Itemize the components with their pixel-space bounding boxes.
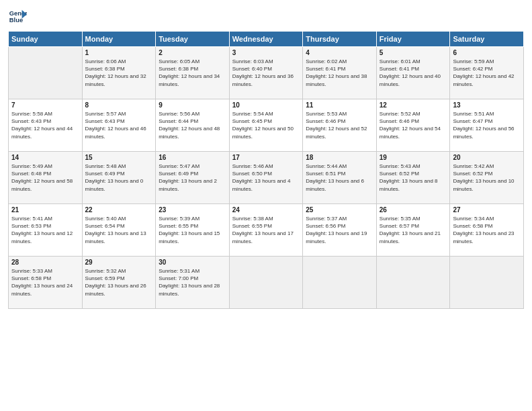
cell-content: Sunrise: 5:34 AMSunset: 6:58 PMDaylight:… (453, 215, 521, 245)
cell-content: Sunrise: 5:41 AMSunset: 6:53 PMDaylight:… (11, 215, 79, 245)
day-number: 3 (232, 49, 300, 56)
cell-content: Sunrise: 5:48 AMSunset: 6:49 PMDaylight:… (85, 163, 153, 193)
cell-content: Sunrise: 5:44 AMSunset: 6:51 PMDaylight:… (306, 163, 373, 193)
day-number: 20 (453, 154, 521, 161)
calendar-header-row: SundayMondayTuesdayWednesdayThursdayFrid… (9, 32, 524, 47)
calendar-cell: 24Sunrise: 5:38 AMSunset: 6:55 PMDayligh… (229, 204, 303, 257)
day-number: 28 (11, 259, 79, 266)
calendar-week-row: 28Sunrise: 5:33 AMSunset: 6:58 PMDayligh… (9, 257, 524, 309)
calendar-body: 1Sunrise: 6:06 AMSunset: 6:38 PMDaylight… (9, 47, 524, 309)
day-number: 18 (306, 154, 373, 161)
calendar-cell (450, 257, 524, 309)
cell-content: Sunrise: 5:39 AMSunset: 6:55 PMDaylight:… (159, 215, 226, 245)
calendar-cell: 15Sunrise: 5:48 AMSunset: 6:49 PMDayligh… (82, 152, 156, 204)
cell-content: Sunrise: 5:53 AMSunset: 6:46 PMDaylight:… (306, 110, 373, 140)
calendar-cell: 28Sunrise: 5:33 AMSunset: 6:58 PMDayligh… (9, 257, 83, 309)
cell-content: Sunrise: 5:58 AMSunset: 6:43 PMDaylight:… (11, 110, 79, 140)
calendar-week-row: 1Sunrise: 6:06 AMSunset: 6:38 PMDaylight… (9, 47, 524, 99)
calendar-cell: 17Sunrise: 5:46 AMSunset: 6:50 PMDayligh… (229, 152, 303, 204)
calendar-table: SundayMondayTuesdayWednesdayThursdayFrid… (8, 31, 524, 309)
calendar-week-row: 21Sunrise: 5:41 AMSunset: 6:53 PMDayligh… (9, 204, 524, 257)
day-number: 14 (11, 154, 79, 161)
day-number: 2 (159, 49, 226, 56)
day-number: 9 (159, 101, 226, 109)
cell-content: Sunrise: 5:57 AMSunset: 6:43 PMDaylight:… (85, 110, 153, 140)
cell-content: Sunrise: 6:02 AMSunset: 6:41 PMDaylight:… (306, 58, 373, 88)
calendar-cell: 21Sunrise: 5:41 AMSunset: 6:53 PMDayligh… (9, 204, 83, 257)
day-number: 6 (453, 49, 521, 56)
calendar-cell: 30Sunrise: 5:31 AMSunset: 7:00 PMDayligh… (156, 257, 230, 309)
calendar-cell: 25Sunrise: 5:37 AMSunset: 6:56 PMDayligh… (303, 204, 377, 257)
calendar-cell (9, 47, 83, 99)
calendar-cell: 18Sunrise: 5:44 AMSunset: 6:51 PMDayligh… (303, 152, 377, 204)
day-number: 19 (380, 154, 447, 161)
calendar-cell: 7Sunrise: 5:58 AMSunset: 6:43 PMDaylight… (9, 99, 83, 152)
cell-content: Sunrise: 5:37 AMSunset: 6:56 PMDaylight:… (306, 215, 373, 245)
page-container: General Blue SundayMondayTuesdayWednesda… (0, 0, 532, 411)
day-number: 30 (159, 259, 226, 266)
calendar-cell: 26Sunrise: 5:35 AMSunset: 6:57 PMDayligh… (376, 204, 450, 257)
day-number: 7 (11, 101, 79, 109)
day-number: 21 (11, 206, 79, 214)
calendar-cell (229, 257, 303, 309)
calendar-cell: 27Sunrise: 5:34 AMSunset: 6:58 PMDayligh… (450, 204, 524, 257)
calendar-cell: 9Sunrise: 5:56 AMSunset: 6:44 PMDaylight… (156, 99, 230, 152)
calendar-day-header: Wednesday (229, 32, 303, 47)
calendar-cell: 29Sunrise: 5:32 AMSunset: 6:59 PMDayligh… (82, 257, 156, 309)
day-number: 8 (85, 101, 153, 109)
cell-content: Sunrise: 5:40 AMSunset: 6:54 PMDaylight:… (85, 215, 153, 245)
calendar-cell: 4Sunrise: 6:02 AMSunset: 6:41 PMDaylight… (303, 47, 377, 99)
calendar-day-header: Thursday (303, 32, 377, 47)
calendar-cell: 10Sunrise: 5:54 AMSunset: 6:45 PMDayligh… (229, 99, 303, 152)
cell-content: Sunrise: 6:05 AMSunset: 6:38 PMDaylight:… (159, 58, 226, 88)
cell-content: Sunrise: 6:01 AMSunset: 6:41 PMDaylight:… (380, 58, 447, 88)
day-number: 5 (380, 49, 447, 56)
cell-content: Sunrise: 5:56 AMSunset: 6:44 PMDaylight:… (159, 110, 226, 140)
calendar-week-row: 7Sunrise: 5:58 AMSunset: 6:43 PMDaylight… (9, 99, 524, 152)
cell-content: Sunrise: 5:38 AMSunset: 6:55 PMDaylight:… (232, 215, 300, 245)
calendar-day-header: Tuesday (156, 32, 230, 47)
day-number: 29 (85, 259, 153, 266)
calendar-cell: 1Sunrise: 6:06 AMSunset: 6:38 PMDaylight… (82, 47, 156, 99)
svg-text:Blue: Blue (9, 17, 23, 24)
cell-content: Sunrise: 5:49 AMSunset: 6:48 PMDaylight:… (11, 163, 79, 193)
calendar-cell: 22Sunrise: 5:40 AMSunset: 6:54 PMDayligh… (82, 204, 156, 257)
calendar-cell: 16Sunrise: 5:47 AMSunset: 6:49 PMDayligh… (156, 152, 230, 204)
cell-content: Sunrise: 5:31 AMSunset: 7:00 PMDaylight:… (159, 267, 226, 298)
calendar-cell: 5Sunrise: 6:01 AMSunset: 6:41 PMDaylight… (376, 47, 450, 99)
cell-content: Sunrise: 5:42 AMSunset: 6:52 PMDaylight:… (453, 163, 521, 193)
cell-content: Sunrise: 5:52 AMSunset: 6:46 PMDaylight:… (380, 110, 447, 140)
calendar-cell: 6Sunrise: 5:59 AMSunset: 6:42 PMDaylight… (450, 47, 524, 99)
calendar-cell: 2Sunrise: 6:05 AMSunset: 6:38 PMDaylight… (156, 47, 230, 99)
cell-content: Sunrise: 5:46 AMSunset: 6:50 PMDaylight:… (232, 163, 300, 193)
day-number: 15 (85, 154, 153, 161)
day-number: 11 (306, 101, 373, 109)
cell-content: Sunrise: 5:59 AMSunset: 6:42 PMDaylight:… (453, 58, 521, 88)
day-number: 25 (306, 206, 373, 214)
calendar-cell: 8Sunrise: 5:57 AMSunset: 6:43 PMDaylight… (82, 99, 156, 152)
day-number: 13 (453, 101, 521, 109)
calendar-day-header: Sunday (9, 32, 83, 47)
cell-content: Sunrise: 6:06 AMSunset: 6:38 PMDaylight:… (85, 58, 153, 88)
calendar-cell: 13Sunrise: 5:51 AMSunset: 6:47 PMDayligh… (450, 99, 524, 152)
header: General Blue (8, 7, 524, 26)
day-number: 24 (232, 206, 300, 214)
cell-content: Sunrise: 5:32 AMSunset: 6:59 PMDaylight:… (85, 267, 153, 298)
logo-icon: General Blue (8, 7, 27, 26)
calendar-cell: 12Sunrise: 5:52 AMSunset: 6:46 PMDayligh… (376, 99, 450, 152)
day-number: 27 (453, 206, 521, 214)
cell-content: Sunrise: 5:54 AMSunset: 6:45 PMDaylight:… (232, 110, 300, 140)
cell-content: Sunrise: 5:43 AMSunset: 6:52 PMDaylight:… (380, 163, 447, 193)
cell-content: Sunrise: 5:35 AMSunset: 6:57 PMDaylight:… (380, 215, 447, 245)
cell-content: Sunrise: 5:47 AMSunset: 6:49 PMDaylight:… (159, 163, 226, 193)
cell-content: Sunrise: 6:03 AMSunset: 6:40 PMDaylight:… (232, 58, 300, 88)
cell-content: Sunrise: 5:33 AMSunset: 6:58 PMDaylight:… (11, 267, 79, 298)
calendar-cell (376, 257, 450, 309)
logo: General Blue (8, 7, 30, 26)
calendar-cell (303, 257, 377, 309)
calendar-cell: 3Sunrise: 6:03 AMSunset: 6:40 PMDaylight… (229, 47, 303, 99)
calendar-cell: 19Sunrise: 5:43 AMSunset: 6:52 PMDayligh… (376, 152, 450, 204)
day-number: 17 (232, 154, 300, 161)
day-number: 22 (85, 206, 153, 214)
calendar-day-header: Saturday (450, 32, 524, 47)
